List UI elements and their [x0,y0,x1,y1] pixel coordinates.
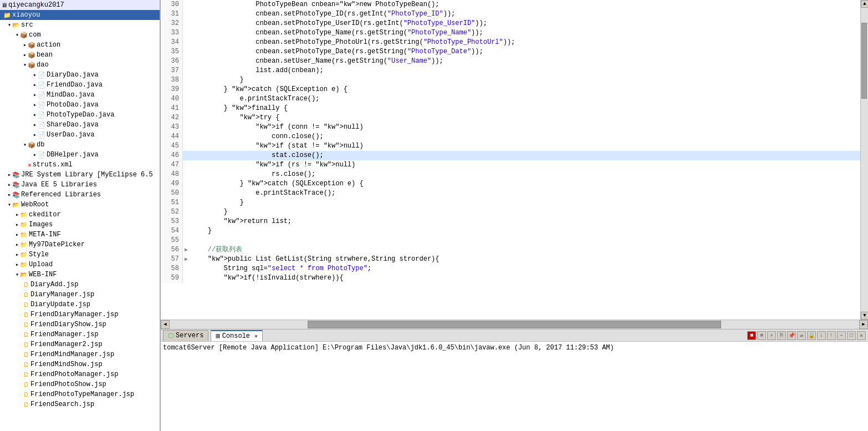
tree-item-action[interactable]: ▸ 📦 action [0,40,160,50]
code-line-53[interactable]: 53 "kw">return list; [161,217,860,226]
code-line-43[interactable]: 43 "kw">if (conn != "kw">null) [161,123,860,132]
wrap-button[interactable]: ⇌ [797,331,806,340]
code-line-42[interactable]: 42 "kw">try { [161,113,860,123]
code-line-37[interactable]: 37 list.add(cnbean); [161,66,860,75]
code-line-33[interactable]: 33 cnbean.setPhotoType_Name(rs.getString… [161,28,860,38]
arrow-up-button[interactable]: ↑ [827,331,836,340]
tree-item-diarydao[interactable]: ▸ 📄 DiaryDao.java [0,70,160,80]
tree-item-diaryadd[interactable]: 🗋 DiaryAdd.jsp [0,280,160,290]
tree-item-friendmanager[interactable]: 🗋 FriendManager.jsp [0,329,160,339]
tree-item-minddao[interactable]: ▸ 📄 MindDao.java [0,90,160,100]
code-line-51[interactable]: 51 } [161,198,860,207]
scroll-track[interactable] [861,8,868,312]
tab-console[interactable]: ▦ Console ✕ [211,330,263,341]
code-line-56[interactable]: 56▶ //获取列表 [161,245,860,255]
horizontal-scrollbar[interactable]: ◀ ▶ [161,320,868,328]
tree-item-friendphotoshow[interactable]: 🗋 FriendPhotoShow.jsp [0,379,160,389]
code-line-41[interactable]: 41 } "kw">finally { [161,104,860,113]
code-area[interactable]: 30 PhotoTypeBean cnbean="kw">new PhotoTy… [161,0,860,320]
tree-item-friendphototypemgr[interactable]: 🗋 FriendPhotoTypeManager.jsp [0,389,160,399]
code-line-31[interactable]: 31 cnbean.setPhotoType_ID(rs.getInt("Pho… [161,9,860,19]
code-line-36[interactable]: 36 cnbean.setUser_Name(rs.getString("Use… [161,57,860,66]
tree-item-metainf[interactable]: ▸ 📁 META-INF [0,230,160,240]
h-scroll-thumb[interactable] [308,321,721,328]
code-line-44[interactable]: 44 conn.close(); [161,132,860,141]
tree-item-userdao[interactable]: ▸ 📄 UserDao.java [0,130,160,140]
tree-item-friendsearch[interactable]: 🗋 FriendSearch.jsp [0,399,160,409]
tree-item-frienddiaryshow[interactable]: 🗋 FriendDiaryShow.jsp [0,320,160,329]
tree-item-diarymanager[interactable]: 🗋 DiaryManager.jsp [0,290,160,300]
h-scroll-track[interactable] [170,320,859,329]
scroll-right-button[interactable]: ▶ [859,320,868,329]
maximize-button[interactable]: □ [847,331,856,340]
code-line-57[interactable]: 57▶ "kw">public List GetList(String strw… [161,255,860,264]
tree-item-photodao[interactable]: ▸ 📄 PhotoDao.java [0,100,160,110]
tree-item-src[interactable]: ▾ 📂 src [0,20,160,30]
tree-item-ckeditor[interactable]: ▸ 📁 ckeditor [0,210,160,220]
line-arrow [183,160,190,170]
tree-item-webroot[interactable]: ▾ 📂 WebRoot [0,200,160,210]
tree-item-jre[interactable]: ▸ 📚 JRE System Library [MyEclipse 6.5 [0,170,160,180]
tree-item-db[interactable]: ▾ 📦 db [0,140,160,150]
stop-red-button[interactable]: ■ [747,331,756,340]
code-line-55[interactable]: 55 [161,236,860,245]
stop-gray-button[interactable]: ■ [757,331,766,340]
tree-item-frienddiarymanager[interactable]: 🗋 FriendDiaryManager.jsp [0,310,160,320]
tree-item-diaryupdate[interactable]: 🗋 DiaryUpdate.jsp [0,300,160,310]
tab-servers[interactable]: ⬡ Servers [163,330,208,341]
scroll-left-button[interactable]: ◀ [161,320,170,329]
tree-item-com[interactable]: ▾ 📦 com [0,30,160,40]
scroll-down-button[interactable]: ▼ [861,312,868,320]
tree-item-dao[interactable]: ▾ 📦 dao [0,60,160,70]
tree-item-images[interactable]: ▸ 📁 Images [0,220,160,230]
tree-item-dbhelper[interactable]: ▸ 📄 DBHelper.java [0,150,160,160]
arrow-down-button[interactable]: ↓ [817,331,826,340]
scroll-up-button[interactable]: ▲ [861,0,868,8]
vertical-scrollbar[interactable]: ▲ ▼ [860,0,868,320]
tree-item-sharedao[interactable]: ▸ 📄 ShareDao.java [0,120,160,130]
code-line-54[interactable]: 54 } [161,226,860,236]
code-line-32[interactable]: 32 cnbean.setPhotoType_UserID(rs.getInt(… [161,19,860,28]
jsp-file-icon: 🗋 [23,311,29,318]
code-line-58[interactable]: 58 String sql="select * from PhotoType"; [161,264,860,273]
scroll-lock-button[interactable]: 🔒 [807,331,816,340]
tree-item-my97[interactable]: ▸ 📁 My97DatePicker [0,240,160,250]
pin-button[interactable]: 📌 [787,331,796,340]
tree-item-javaee[interactable]: ▸ 📚 Java EE 5 Libraries [0,180,160,190]
tree-item-style[interactable]: ▸ 📁 Style [0,250,160,260]
code-line-40[interactable]: 40 e.printStackTrace(); [161,94,860,104]
scroll-thumb[interactable] [861,23,867,99]
code-line-52[interactable]: 52 } [161,207,860,217]
tree-item-friendmindshow[interactable]: 🗋 FriendMindShow.jsp [0,359,160,369]
code-line-50[interactable]: 50 e.printStackTrace(); [161,189,860,198]
code-line-30[interactable]: 30 PhotoTypeBean cnbean="kw">new PhotoTy… [161,0,860,9]
tree-item-struts[interactable]: ▸ ✕ struts.xml [0,160,160,170]
code-line-39[interactable]: 39 } "kw">catch (SQLException e) { [161,85,860,94]
code-line-49[interactable]: 49 } "kw">catch (SQLException e) { [161,179,860,189]
tree-item-friendphotomanager[interactable]: 🗋 FriendPhotoManager.jsp [0,369,160,379]
code-line-35[interactable]: 35 cnbean.setPhotoType_Date(rs.getString… [161,47,860,57]
code-line-48[interactable]: 48 rs.close(); [161,170,860,179]
restore-button[interactable]: ✕ [857,331,866,340]
code-line-45[interactable]: 45 "kw">if (stat != "kw">null) [161,141,860,151]
tree-item-reflib[interactable]: ▸ 📚 Referenced Libraries [0,190,160,200]
tree-item-webinf[interactable]: ▾ 📂 WEB-INF [0,270,160,280]
disconnect-button[interactable]: ⚡ [767,331,776,340]
tree-item-frienddao[interactable]: ▸ 📄 FriendDao.java [0,80,160,90]
minimize-button[interactable]: – [837,331,846,340]
tree-item-bean[interactable]: ▸ 📦 bean [0,50,160,60]
tree-item-friendmindmanager[interactable]: 🗋 FriendMindManager.jsp [0,349,160,359]
project-root[interactable]: 🖥 qiyecangku2017 [0,0,160,10]
tree-item-xiaoyou[interactable]: 📁 xiaoyou [0,10,160,20]
code-line-47[interactable]: 47 "kw">if (rs != "kw">null) [161,160,860,170]
code-line-34[interactable]: 34 cnbean.setPhotoType_PhotoUrl(rs.getSt… [161,38,860,47]
tree-item-friendmanager2[interactable]: 🗋 FriendManager2.jsp [0,339,160,349]
code-line-46[interactable]: 46 stat.close(); [161,151,860,160]
tree-item-upload[interactable]: ▸ 📁 Upload [0,260,160,270]
copy-button[interactable]: ⎘ [777,331,786,340]
code-line-59[interactable]: 59 "kw">if(!isInvalid(strwhere)){ [161,273,860,283]
tree-item-phototypedao[interactable]: ▸ 📄 PhotoTypeDao.java [0,110,160,120]
tab-close-icon[interactable]: ✕ [254,333,258,339]
code-line-38[interactable]: 38 } [161,75,860,85]
expand-icon: ▸ [23,52,27,58]
